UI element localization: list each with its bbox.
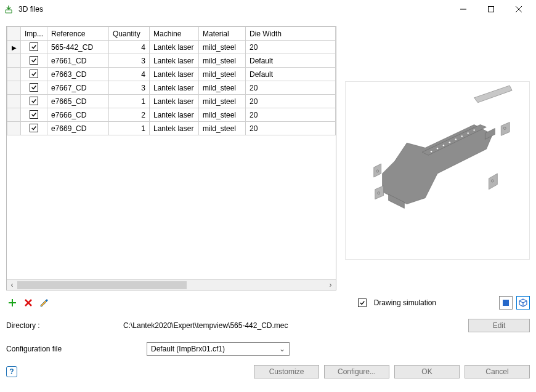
scroll-left-icon[interactable]: ‹ bbox=[7, 280, 17, 290]
col-header-machine[interactable]: Machine bbox=[150, 27, 199, 41]
svg-marker-4 bbox=[383, 125, 493, 204]
add-button[interactable] bbox=[6, 297, 18, 309]
reference-cell[interactable]: e7661_CD bbox=[47, 54, 109, 68]
configure-button[interactable]: Configure... bbox=[324, 365, 389, 378]
quantity-cell[interactable]: 2 bbox=[109, 108, 150, 122]
edit-row-button[interactable] bbox=[38, 297, 51, 309]
svg-marker-29 bbox=[474, 86, 513, 103]
quantity-cell[interactable]: 4 bbox=[109, 41, 150, 54]
cancel-button[interactable]: Cancel bbox=[465, 365, 530, 378]
die-width-cell[interactable]: 20 bbox=[246, 81, 336, 95]
table-row[interactable]: e7661_CD3Lantek lasermild_steelDefault bbox=[7, 54, 336, 68]
quantity-cell[interactable]: 3 bbox=[109, 54, 150, 68]
machine-cell[interactable]: Lantek laser bbox=[150, 95, 199, 108]
import-checkbox[interactable] bbox=[21, 95, 47, 108]
machine-cell[interactable]: Lantek laser bbox=[150, 108, 199, 122]
svg-point-23 bbox=[473, 129, 474, 130]
table-row[interactable]: e7665_CD1Lantek lasermild_steel20 bbox=[7, 95, 336, 108]
reference-cell[interactable]: e7669_CD bbox=[47, 122, 109, 135]
die-width-cell[interactable]: 20 bbox=[246, 108, 336, 122]
machine-cell[interactable]: Lantek laser bbox=[150, 54, 199, 68]
svg-point-18 bbox=[443, 145, 444, 146]
table-row[interactable]: e7666_CD2Lantek lasermild_steel20 bbox=[7, 108, 336, 122]
material-cell[interactable]: mild_steel bbox=[199, 95, 246, 108]
table-row[interactable]: e7667_CD3Lantek lasermild_steel20 bbox=[7, 81, 336, 95]
quantity-cell[interactable]: 1 bbox=[109, 95, 150, 108]
part-preview bbox=[345, 81, 530, 260]
horizontal-scrollbar[interactable]: ‹ › bbox=[7, 279, 336, 290]
reference-cell[interactable]: e7665_CD bbox=[47, 95, 109, 108]
row-selector[interactable] bbox=[7, 54, 21, 68]
die-width-cell[interactable]: 20 bbox=[246, 41, 336, 54]
configuration-file-select[interactable]: Default (ImpBrx01.cf1) ⌄ bbox=[147, 342, 290, 356]
import-checkbox[interactable] bbox=[21, 81, 47, 95]
row-selector[interactable] bbox=[7, 68, 21, 81]
parts-grid[interactable]: Imp... Reference Quantity Machine Materi… bbox=[6, 26, 336, 290]
configuration-file-value: Default (ImpBrx01.cf1) bbox=[151, 345, 225, 353]
col-header-die-width[interactable]: Die Width bbox=[246, 27, 336, 41]
row-selector[interactable] bbox=[7, 108, 21, 122]
chevron-down-icon: ⌄ bbox=[279, 345, 285, 353]
material-cell[interactable]: mild_steel bbox=[199, 81, 246, 95]
drawing-simulation-label: Drawing simulation bbox=[374, 298, 436, 307]
window-title: 3D files bbox=[18, 5, 43, 14]
edit-button[interactable]: Edit bbox=[468, 319, 530, 332]
minimize-button[interactable] bbox=[449, 1, 477, 18]
svg-marker-11 bbox=[489, 174, 497, 190]
material-cell[interactable]: mild_steel bbox=[199, 68, 246, 81]
row-selector[interactable]: ▶ bbox=[7, 41, 21, 54]
view-2d-button[interactable] bbox=[499, 296, 513, 310]
svg-point-24 bbox=[487, 105, 488, 106]
ok-button[interactable]: OK bbox=[394, 365, 460, 378]
reference-cell[interactable]: e7663_CD bbox=[47, 68, 109, 81]
row-selector[interactable] bbox=[7, 122, 21, 135]
customize-button[interactable]: Customize bbox=[254, 365, 319, 378]
svg-point-26 bbox=[494, 102, 495, 103]
import-checkbox[interactable] bbox=[21, 54, 47, 68]
die-width-cell[interactable]: Default bbox=[246, 68, 336, 81]
quantity-cell[interactable]: 3 bbox=[109, 81, 150, 95]
close-button[interactable] bbox=[505, 1, 532, 18]
help-button[interactable]: ? bbox=[6, 366, 17, 377]
col-header-reference[interactable]: Reference bbox=[47, 27, 109, 41]
col-header-import[interactable]: Imp... bbox=[21, 27, 47, 41]
maximize-button[interactable] bbox=[477, 1, 505, 18]
reference-cell[interactable]: e7667_CD bbox=[47, 81, 109, 95]
scroll-right-icon[interactable]: › bbox=[325, 280, 336, 290]
row-selector[interactable] bbox=[7, 81, 21, 95]
row-selector[interactable] bbox=[7, 95, 21, 108]
col-header-quantity[interactable]: Quantity bbox=[109, 27, 150, 41]
die-width-cell[interactable]: 20 bbox=[246, 95, 336, 108]
machine-cell[interactable]: Lantek laser bbox=[150, 68, 199, 81]
col-header-material[interactable]: Material bbox=[199, 27, 246, 41]
drawing-simulation-checkbox[interactable] bbox=[358, 298, 367, 307]
material-cell[interactable]: mild_steel bbox=[199, 108, 246, 122]
machine-cell[interactable]: Lantek laser bbox=[150, 81, 199, 95]
die-width-cell[interactable]: 20 bbox=[246, 122, 336, 135]
import-checkbox[interactable] bbox=[21, 122, 47, 135]
table-row[interactable]: e7663_CD4Lantek lasermild_steelDefault bbox=[7, 68, 336, 81]
delete-button[interactable] bbox=[22, 297, 35, 309]
machine-cell[interactable]: Lantek laser bbox=[150, 41, 199, 54]
reference-cell[interactable]: 565-442_CD bbox=[47, 41, 109, 54]
svg-point-17 bbox=[437, 148, 438, 149]
die-width-cell[interactable]: Default bbox=[246, 54, 336, 68]
svg-marker-9 bbox=[501, 122, 510, 136]
quantity-cell[interactable]: 1 bbox=[109, 122, 150, 135]
machine-cell[interactable]: Lantek laser bbox=[150, 122, 199, 135]
table-row[interactable]: ▶565-442_CD4Lantek lasermild_steel20 bbox=[7, 41, 336, 54]
reference-cell[interactable]: e7666_CD bbox=[47, 108, 109, 122]
import-checkbox[interactable] bbox=[21, 108, 47, 122]
row-header-corner bbox=[7, 27, 21, 41]
table-row[interactable]: e7669_CD1Lantek lasermild_steel20 bbox=[7, 122, 336, 135]
svg-point-22 bbox=[467, 132, 468, 134]
material-cell[interactable]: mild_steel bbox=[199, 54, 246, 68]
import-checkbox[interactable] bbox=[21, 68, 47, 81]
view-3d-button[interactable] bbox=[516, 296, 530, 310]
svg-point-28 bbox=[501, 100, 503, 101]
material-cell[interactable]: mild_steel bbox=[199, 122, 246, 135]
material-cell[interactable]: mild_steel bbox=[199, 41, 246, 54]
svg-rect-1 bbox=[488, 7, 493, 12]
quantity-cell[interactable]: 4 bbox=[109, 68, 150, 81]
import-checkbox[interactable] bbox=[21, 41, 47, 54]
